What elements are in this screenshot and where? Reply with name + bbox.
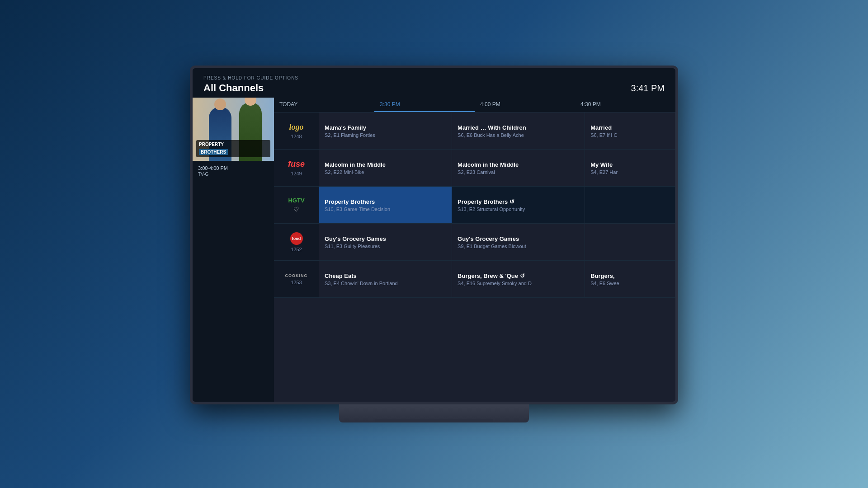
programs-area-logo: Mama's FamilyS2, E1 Flaming FortiesMarri… <box>319 113 675 149</box>
program-cell-hgtv-1[interactable]: Property Brothers ↺S13, E2 Structural Op… <box>452 187 585 223</box>
preview-image: PROPERTY BROTHERS <box>193 98 274 161</box>
program-subtitle-hgtv-0: S10, E3 Game-Time Decision <box>325 206 446 212</box>
channel-info-cooking: COOKING1253 <box>274 261 319 297</box>
channel-info-food: food1252 <box>274 224 319 260</box>
channel-info-logo: logo1248 <box>274 113 319 149</box>
program-cell-fuse-1[interactable]: Malcolm in the MiddleS2, E23 Carnival <box>452 150 585 186</box>
program-cell-logo-2[interactable]: MarriedS6, E7 If I C <box>585 113 675 149</box>
programs-area-hgtv: Property BrothersS10, E3 Game-Time Decis… <box>319 187 675 223</box>
program-title-fuse-1: Malcolm in the Middle <box>458 161 579 168</box>
program-subtitle-cooking-2: S4, E6 Swee <box>590 281 670 286</box>
tv-stand <box>339 404 529 422</box>
program-cell-fuse-2[interactable]: My WifeS4, E27 Har <box>585 150 675 186</box>
program-title-food-0: Guy's Grocery Games <box>325 235 446 242</box>
time-slot-400: 4:00 PM <box>475 98 575 112</box>
program-title-hgtv-1: Property Brothers ↺ <box>458 198 579 205</box>
current-time: 3:41 PM <box>631 83 665 94</box>
channel-row-fuse: fuse1249Malcolm in the MiddleS2, E22 Min… <box>274 150 675 187</box>
program-cell-logo-1[interactable]: Married … With ChildrenS6, E6 Buck Has a… <box>452 113 585 149</box>
program-cell-logo-0[interactable]: Mama's FamilyS2, E1 Flaming Forties <box>319 113 452 149</box>
channel-logo-hgtv: HGTV <box>288 197 304 204</box>
channel-favorite-hgtv[interactable]: ♡ <box>293 206 299 213</box>
channel-number-cooking: 1253 <box>291 280 302 285</box>
channel-row-food: food1252Guy's Grocery GamesS11, E3 Guilt… <box>274 224 675 261</box>
program-title-hgtv-0: Property Brothers <box>325 198 446 205</box>
channel-logo-fuse: fuse <box>288 160 305 169</box>
program-subtitle-fuse-1: S2, E23 Carnival <box>458 169 579 175</box>
tv-frame: PRESS & HOLD FOR GUIDE OPTIONS All Chann… <box>190 66 678 404</box>
program-cell-cooking-2[interactable]: Burgers,S4, E6 Swee <box>585 261 675 297</box>
time-slot-today: TODAY <box>274 98 374 112</box>
program-title-cooking-1: Burgers, Brew & 'Que ↺ <box>458 272 579 279</box>
channel-info-fuse: fuse1249 <box>274 150 319 186</box>
program-subtitle-hgtv-1: S13, E2 Structural Opportunity <box>458 206 579 212</box>
program-subtitle-fuse-0: S2, E22 Mini-Bike <box>325 169 446 175</box>
guide-content: PROPERTY BROTHERS 3:00-4:00 PM TV-G TODA… <box>193 98 675 402</box>
program-cell-food-1[interactable]: Guy's Grocery GamesS9, E1 Budget Games B… <box>452 224 585 260</box>
channel-logo-food: food <box>290 232 303 245</box>
program-subtitle-logo-1: S6, E6 Buck Has a Belly Ache <box>458 132 579 138</box>
guide-header: PRESS & HOLD FOR GUIDE OPTIONS All Chann… <box>193 68 675 98</box>
program-subtitle-cooking-0: S3, E4 Chowin' Down in Portland <box>325 281 446 286</box>
program-subtitle-logo-2: S6, E7 If I C <box>590 132 670 138</box>
program-subtitle-food-1: S9, E1 Budget Games Blowout <box>458 244 579 249</box>
channel-row-hgtv: HGTV♡Property BrothersS10, E3 Game-Time … <box>274 187 675 224</box>
grid-panel: TODAY 3:30 PM 4:00 PM 4:30 PM logo1248Ma… <box>274 98 675 402</box>
channel-logo-cooking: COOKING <box>285 273 307 278</box>
program-cell-fuse-0[interactable]: Malcolm in the MiddleS2, E22 Mini-Bike <box>319 150 452 186</box>
channel-row-logo: logo1248Mama's FamilyS2, E1 Flaming Fort… <box>274 113 675 150</box>
program-title-fuse-2: My Wife <box>590 161 670 168</box>
channel-logo-logo: logo <box>289 122 303 132</box>
preview-info: 3:00-4:00 PM TV-G <box>193 161 274 181</box>
programs-area-fuse: Malcolm in the MiddleS2, E22 Mini-BikeMa… <box>319 150 675 186</box>
program-subtitle-food-0: S11, E3 Guilty Pleasures <box>325 244 446 249</box>
time-header: TODAY 3:30 PM 4:00 PM 4:30 PM <box>274 98 675 113</box>
program-subtitle-fuse-2: S4, E27 Har <box>590 169 670 175</box>
time-slot-430: 4:30 PM <box>575 98 675 112</box>
channel-info-hgtv: HGTV♡ <box>274 187 319 223</box>
program-title-cooking-0: Cheap Eats <box>325 272 446 279</box>
preview-panel: PROPERTY BROTHERS 3:00-4:00 PM TV-G <box>193 98 274 402</box>
program-title-logo-1: Married … With Children <box>458 124 579 131</box>
guide-hint: PRESS & HOLD FOR GUIDE OPTIONS <box>203 75 665 80</box>
time-slot-330: 3:30 PM <box>374 98 475 112</box>
channels-grid: logo1248Mama's FamilyS2, E1 Flaming Fort… <box>274 113 675 402</box>
preview-time: 3:00-4:00 PM <box>198 165 269 171</box>
preview-rating: TV-G <box>198 172 269 177</box>
program-cell-cooking-1[interactable]: Burgers, Brew & 'Que ↺S4, E16 Supremely … <box>452 261 585 297</box>
program-subtitle-logo-0: S2, E1 Flaming Forties <box>325 132 446 138</box>
channel-number-fuse: 1249 <box>291 171 302 176</box>
programs-area-cooking: Cheap EatsS3, E4 Chowin' Down in Portlan… <box>319 261 675 297</box>
channel-number-food: 1252 <box>291 247 302 252</box>
program-cell-food-2[interactable] <box>585 224 675 260</box>
programs-area-food: Guy's Grocery GamesS11, E3 Guilty Pleasu… <box>319 224 675 260</box>
program-cell-hgtv-0[interactable]: Property BrothersS10, E3 Game-Time Decis… <box>319 187 452 223</box>
preview-show-subtitle: BROTHERS <box>199 149 228 155</box>
program-title-logo-2: Married <box>590 124 670 131</box>
program-title-food-1: Guy's Grocery Games <box>458 235 579 242</box>
guide-title: All Channels <box>203 82 264 94</box>
program-title-fuse-0: Malcolm in the Middle <box>325 161 446 168</box>
program-subtitle-cooking-1: S4, E16 Supremely Smoky and D <box>458 281 579 286</box>
preview-title-overlay: PROPERTY BROTHERS <box>196 140 270 157</box>
preview-show-title: PROPERTY <box>199 142 268 147</box>
program-cell-food-0[interactable]: Guy's Grocery GamesS11, E3 Guilty Pleasu… <box>319 224 452 260</box>
program-cell-hgtv-2[interactable] <box>585 187 675 223</box>
channel-number-logo: 1248 <box>291 134 302 139</box>
program-title-logo-0: Mama's Family <box>325 124 446 131</box>
channel-row-cooking: COOKING1253Cheap EatsS3, E4 Chowin' Down… <box>274 261 675 298</box>
program-title-cooking-2: Burgers, <box>590 272 670 279</box>
program-cell-cooking-0[interactable]: Cheap EatsS3, E4 Chowin' Down in Portlan… <box>319 261 452 297</box>
